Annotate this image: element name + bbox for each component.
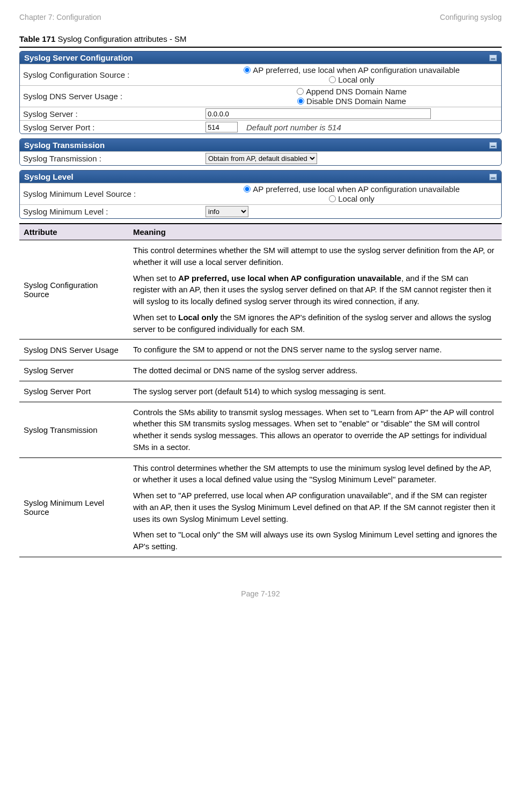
box-title-text: Syslog Level xyxy=(24,172,74,181)
row-label: Syslog Configuration Source : xyxy=(23,70,206,79)
row-label: Syslog Server Port : xyxy=(23,123,206,132)
meaning-p: To configure the SM to append or not the… xyxy=(133,344,497,356)
row-value: info xyxy=(206,206,498,217)
radio-input[interactable] xyxy=(244,67,251,73)
table-row: Syslog Server Port The syslog server por… xyxy=(19,381,502,402)
radio-label: Local only xyxy=(338,75,375,84)
radio-local-only[interactable]: Local only xyxy=(329,75,375,84)
attr-name: Syslog DNS Server Usage xyxy=(19,339,129,360)
radio-local-only[interactable]: Local only xyxy=(329,194,375,203)
radio-input[interactable] xyxy=(244,186,251,193)
table-header: Attribute Meaning xyxy=(19,224,502,240)
dns-usage-row: Syslog DNS Server Usage : Append DNS Dom… xyxy=(20,85,501,107)
table-caption: Table 171 Syslog Configuration attribute… xyxy=(19,34,502,43)
minimize-icon[interactable] xyxy=(489,174,497,180)
row-value xyxy=(206,108,498,119)
syslog-server-config-box: Syslog Server Configuration Syslog Confi… xyxy=(19,51,502,134)
header-meaning: Meaning xyxy=(129,224,502,240)
transmission-select[interactable]: Obtain from AP, default disabled xyxy=(206,153,317,164)
radio-input[interactable] xyxy=(297,88,304,95)
radio-label: Disable DNS Domain Name xyxy=(306,97,406,106)
attr-name: Syslog Minimum Level Source xyxy=(19,458,129,557)
row-value: Default port number is 514 xyxy=(206,122,498,132)
syslog-server-input[interactable] xyxy=(206,108,431,119)
attr-name: Syslog Transmission xyxy=(19,402,129,457)
syslog-port-input[interactable] xyxy=(206,122,238,132)
radio-disable-dns[interactable]: Disable DNS Domain Name xyxy=(297,97,406,106)
row-label: Syslog Transmission : xyxy=(23,154,206,163)
attr-meaning: To configure the SM to append or not the… xyxy=(129,339,502,360)
transmission-row: Syslog Transmission : Obtain from AP, de… xyxy=(20,151,501,165)
meaning-p: The syslog server port (default 514) to … xyxy=(133,386,497,397)
header-right: Configuring syslog xyxy=(440,13,502,21)
meaning-p: This control determines whether the SM w… xyxy=(133,245,497,268)
figure-wrap: Syslog Server Configuration Syslog Confi… xyxy=(19,47,502,557)
page-header: Chapter 7: Configuration Configuring sys… xyxy=(19,13,502,21)
radio-ap-preferred[interactable]: AP preferred, use local when AP configur… xyxy=(244,184,460,194)
radio-input[interactable] xyxy=(329,195,336,202)
table-row: Syslog Minimum Level Source This control… xyxy=(19,458,502,557)
box-title-text: Syslog Transmission xyxy=(24,141,105,150)
radio-label: AP preferred, use local when AP configur… xyxy=(253,65,460,75)
syslog-level-box: Syslog Level Syslog Minimum Level Source… xyxy=(19,170,502,219)
box-title-text: Syslog Server Configuration xyxy=(24,53,133,62)
attr-meaning: Controls the SMs ability to transmit sys… xyxy=(129,402,502,457)
box-title: Syslog Level xyxy=(20,171,501,183)
attr-meaning: The syslog server port (default 514) to … xyxy=(129,381,502,402)
port-hint: Default port number is 514 xyxy=(246,123,341,132)
minimize-icon[interactable] xyxy=(489,142,497,149)
radio-ap-preferred[interactable]: AP preferred, use local when AP configur… xyxy=(244,65,460,75)
meaning-p: The dotted decimal or DNS name of the sy… xyxy=(133,365,497,377)
meaning-p: When set to AP preferred, use local when… xyxy=(133,272,497,307)
caption-bold: Table 171 xyxy=(19,34,55,43)
box-title: Syslog Transmission xyxy=(20,139,501,151)
meaning-p: When set to "Local only" the SM will alw… xyxy=(133,529,497,552)
attr-meaning: The dotted decimal or DNS name of the sy… xyxy=(129,360,502,381)
radio-input[interactable] xyxy=(329,76,336,83)
attr-name: Syslog Server xyxy=(19,360,129,381)
radio-label: Append DNS Domain Name xyxy=(306,87,407,96)
meaning-p: Controls the SMs ability to transmit sys… xyxy=(133,407,497,453)
min-level-row: Syslog Minimum Level : info xyxy=(20,204,501,218)
radio-label: AP preferred, use local when AP configur… xyxy=(253,184,460,194)
row-label: Syslog DNS Server Usage : xyxy=(23,92,206,101)
syslog-port-row: Syslog Server Port : Default port number… xyxy=(20,120,501,134)
caption-rest: Syslog Configuration attributes - SM xyxy=(55,34,186,43)
row-value: Append DNS Domain Name Disable DNS Domai… xyxy=(206,87,498,106)
row-label: Syslog Server : xyxy=(23,109,206,119)
syslog-server-row: Syslog Server : xyxy=(20,107,501,120)
attr-name: Syslog Configuration Source xyxy=(19,240,129,339)
row-value: Obtain from AP, default disabled xyxy=(206,153,498,164)
meaning-p: When set to "AP preferred, use local whe… xyxy=(133,490,497,525)
min-level-select[interactable]: info xyxy=(206,206,248,217)
box-title: Syslog Server Configuration xyxy=(20,51,501,64)
page-footer: Page 7-192 xyxy=(19,589,502,598)
min-level-source-row: Syslog Minimum Level Source : AP preferr… xyxy=(20,183,501,204)
attribute-table: Attribute Meaning Syslog Configuration S… xyxy=(19,223,502,557)
header-left: Chapter 7: Configuration xyxy=(19,13,101,21)
syslog-transmission-box: Syslog Transmission Syslog Transmission … xyxy=(19,138,502,166)
radio-input[interactable] xyxy=(297,98,304,105)
radio-label: Local only xyxy=(338,194,375,203)
attr-meaning: This control determines whether the SM a… xyxy=(129,458,502,557)
table-row: Syslog Transmission Controls the SMs abi… xyxy=(19,402,502,458)
table-row: Syslog DNS Server Usage To configure the… xyxy=(19,339,502,360)
table-row: Syslog Server The dotted decimal or DNS … xyxy=(19,360,502,381)
row-label: Syslog Minimum Level : xyxy=(23,207,206,216)
meaning-p: This control determines whether the SM a… xyxy=(133,462,497,486)
config-source-row: Syslog Configuration Source : AP preferr… xyxy=(20,64,501,85)
radio-append-dns[interactable]: Append DNS Domain Name xyxy=(297,87,407,96)
attr-meaning: This control determines whether the SM w… xyxy=(129,240,502,339)
row-value: AP preferred, use local when AP configur… xyxy=(206,65,498,84)
minimize-icon[interactable] xyxy=(489,55,497,61)
table-row: Syslog Configuration Source This control… xyxy=(19,240,502,339)
meaning-p: When set to Local only the SM ignores th… xyxy=(133,312,497,335)
attr-name: Syslog Server Port xyxy=(19,381,129,402)
header-attribute: Attribute xyxy=(19,224,129,240)
row-label: Syslog Minimum Level Source : xyxy=(23,189,206,198)
row-value: AP preferred, use local when AP configur… xyxy=(206,184,498,203)
